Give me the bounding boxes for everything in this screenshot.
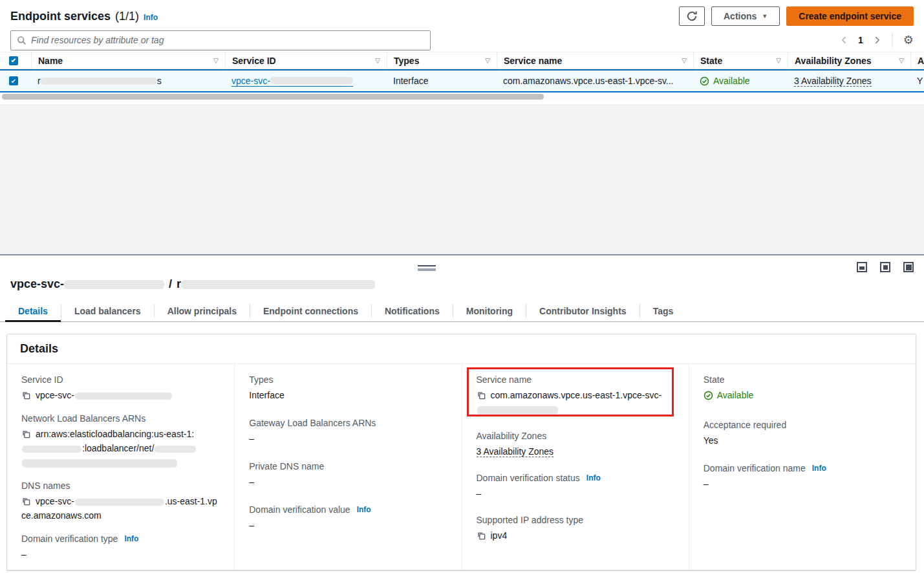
redacted-text <box>22 459 177 468</box>
refresh-button[interactable] <box>679 6 705 26</box>
supported-ip-type-value: ipv4 <box>477 528 674 543</box>
select-all-checkbox[interactable]: ✔ <box>9 56 18 65</box>
availability-zones-popover-link[interactable]: 3 Availability Zones <box>794 76 872 87</box>
service-id-link[interactable]: vpce-svc- <box>231 76 353 87</box>
private-dns-name-value: – <box>249 475 447 489</box>
info-link[interactable]: Info <box>586 473 601 482</box>
tab-details[interactable]: Details <box>5 300 61 321</box>
glb-arns-value: – <box>249 431 447 446</box>
panel-title: vpce-svc- / r <box>10 277 375 291</box>
column-header-state[interactable]: State▽ <box>693 52 788 69</box>
service-id-value: vpce-svc- <box>21 388 220 402</box>
copy-icon[interactable] <box>21 429 30 438</box>
status-badge: Available <box>704 388 754 402</box>
info-link[interactable]: Info <box>144 13 158 22</box>
column-header-clipped[interactable]: A <box>910 52 924 69</box>
tab-bar: Details Load balancers Allow principals … <box>0 300 924 322</box>
sort-icon[interactable]: ▽ <box>899 57 904 64</box>
split-panel-drag-handle[interactable] <box>418 265 436 271</box>
panel-layout-controls <box>857 262 914 272</box>
search-icon <box>17 36 27 45</box>
nlb-arns-value: arn:aws:elasticloadbalancing:us-east-1::… <box>21 427 220 470</box>
domain-verification-name-label: Domain verification name <box>704 463 806 473</box>
tab-tags[interactable]: Tags <box>640 300 687 321</box>
search-box[interactable] <box>10 30 431 50</box>
chevron-right-icon <box>872 36 881 45</box>
redacted-text <box>181 280 375 289</box>
tab-monitoring[interactable]: Monitoring <box>453 300 526 321</box>
service-id-label: Service ID <box>21 374 220 385</box>
domain-verification-status-label: Domain verification status <box>477 473 580 483</box>
panel-size-small-icon[interactable] <box>857 262 867 272</box>
details-column-3: Service name com.amazonaws.vpce.us-east-… <box>462 364 689 570</box>
list-toolbar: 1 ⚙ <box>0 28 924 52</box>
tab-load-balancers[interactable]: Load balancers <box>61 300 154 321</box>
sort-icon[interactable]: ▽ <box>375 57 380 64</box>
column-header-name[interactable]: Name▽ <box>31 52 225 69</box>
status-badge: Available <box>700 76 750 86</box>
sort-icon[interactable]: ▽ <box>682 57 687 64</box>
copy-icon[interactable] <box>477 531 486 540</box>
scrollbar-thumb[interactable] <box>2 94 544 100</box>
tab-notifications[interactable]: Notifications <box>372 300 453 321</box>
info-link[interactable]: Info <box>812 464 826 473</box>
resource-count: (1/1) <box>115 10 139 23</box>
copy-icon[interactable] <box>21 391 30 400</box>
create-endpoint-service-button[interactable]: Create endpoint service <box>786 6 914 26</box>
details-column-2: Types Interface Gateway Load Balancers A… <box>234 364 461 570</box>
tab-allow-principals[interactable]: Allow principals <box>155 300 250 321</box>
horizontal-scrollbar <box>0 94 924 100</box>
private-dns-name-label: Private DNS name <box>249 461 447 471</box>
domain-verification-name-value: – <box>704 477 901 491</box>
settings-gear-icon[interactable]: ⚙ <box>903 34 914 46</box>
dns-names-value: vpce-svc-.us-east-1.vpce.amazonaws.com <box>21 494 220 523</box>
next-page-button[interactable] <box>872 36 881 45</box>
actions-button[interactable]: Actions ▼ <box>711 6 780 26</box>
redacted-text <box>75 499 164 506</box>
search-input[interactable] <box>31 35 424 45</box>
details-column-1: Service ID vpce-svc- Network Load Balanc… <box>7 364 234 570</box>
page-title: Endpoint services <box>10 10 111 23</box>
endpoint-services-section: Endpoint services (1/1) Info Actions ▼ C… <box>0 0 924 104</box>
nlb-arns-label: Network Load Balancers ARNs <box>21 413 220 424</box>
tab-endpoint-connections[interactable]: Endpoint connections <box>250 300 371 321</box>
info-link[interactable]: Info <box>357 505 371 514</box>
details-column-4: State Available Acceptance required Yes … <box>689 364 916 570</box>
current-page[interactable]: 1 <box>857 35 865 45</box>
state-label: State <box>704 374 901 385</box>
copy-icon[interactable] <box>477 391 486 400</box>
panel-size-large-icon[interactable] <box>903 262 914 272</box>
sort-icon[interactable]: ▽ <box>213 57 219 64</box>
pagination: 1 ⚙ <box>840 33 914 47</box>
table-row[interactable]: ✔ rs vpce-svc- Interface com.amazonaws.v… <box>0 69 924 92</box>
column-header-types[interactable]: Types▽ <box>387 52 497 69</box>
column-header-service-id[interactable]: Service ID▽ <box>225 52 387 69</box>
types-label: Types <box>249 374 447 385</box>
cell-clipped: Y <box>910 70 924 91</box>
availability-zones-popover-link[interactable]: 3 Availability Zones <box>477 446 554 457</box>
domain-verification-status-value: – <box>477 486 674 501</box>
previous-page-button[interactable] <box>840 36 849 45</box>
copy-icon[interactable] <box>21 497 30 506</box>
details-heading: Details <box>7 334 916 364</box>
column-header-service-name[interactable]: Service name▽ <box>497 52 693 69</box>
redacted-text <box>75 393 172 400</box>
redacted-text <box>64 280 164 289</box>
details-card: Details Service ID vpce-svc- Network Loa… <box>6 334 916 570</box>
refresh-icon <box>686 10 698 22</box>
chevron-left-icon <box>840 36 849 45</box>
panel-size-medium-icon[interactable] <box>880 262 890 272</box>
acceptance-required-value: Yes <box>704 433 901 448</box>
dns-names-label: DNS names <box>21 481 220 491</box>
domain-verification-type-value: – <box>21 547 220 561</box>
row-checkbox[interactable]: ✔ <box>9 76 18 85</box>
redacted-text <box>270 77 353 84</box>
info-link[interactable]: Info <box>124 534 138 543</box>
redacted-text <box>41 78 157 85</box>
sort-icon[interactable]: ▽ <box>776 57 781 64</box>
domain-verification-type-label: Domain verification type <box>21 534 118 544</box>
sort-icon[interactable]: ▽ <box>485 57 490 64</box>
tab-contributor-insights[interactable]: Contributor Insights <box>526 300 639 321</box>
column-header-availability-zones[interactable]: Availability Zones▽ <box>788 52 910 69</box>
availability-zones-label: Availability Zones <box>477 431 674 441</box>
